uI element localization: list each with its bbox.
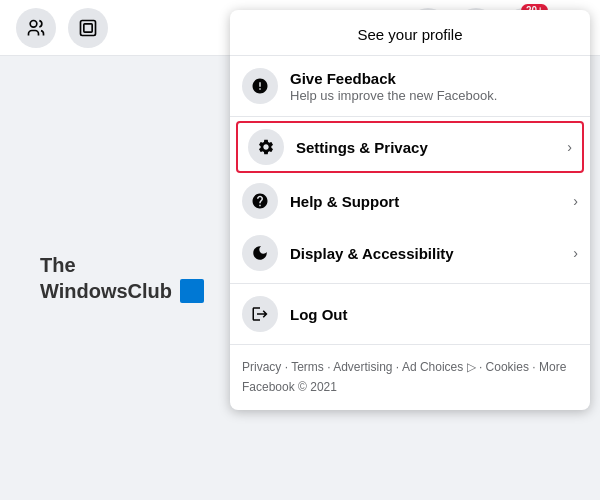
give-feedback-text: Give Feedback Help us improve the new Fa… bbox=[290, 70, 578, 103]
people-icon[interactable] bbox=[16, 8, 56, 48]
divider-2 bbox=[230, 283, 590, 284]
divider-1 bbox=[230, 116, 590, 117]
footer-more-link[interactable]: More bbox=[539, 360, 566, 374]
give-feedback-subtitle: Help us improve the new Facebook. bbox=[290, 88, 578, 103]
menu-footer: Privacy · Terms · Advertising · Ad Choic… bbox=[230, 349, 590, 402]
help-support-chevron: › bbox=[573, 193, 578, 209]
help-support-title: Help & Support bbox=[290, 193, 573, 210]
pages-icon[interactable] bbox=[68, 8, 108, 48]
log-out-icon bbox=[242, 296, 278, 332]
menu-item-display-accessibility[interactable]: Display & Accessibility › bbox=[230, 227, 590, 279]
display-accessibility-chevron: › bbox=[573, 245, 578, 261]
divider-3 bbox=[230, 344, 590, 345]
help-support-text: Help & Support bbox=[290, 193, 573, 210]
display-accessibility-title: Display & Accessibility bbox=[290, 245, 573, 262]
svg-rect-2 bbox=[84, 23, 92, 31]
svg-point-0 bbox=[30, 20, 37, 27]
dropdown-menu: See your profile Give Feedback Help us i… bbox=[230, 10, 590, 410]
give-feedback-title: Give Feedback bbox=[290, 70, 578, 87]
brand-line2: WindowsClub bbox=[40, 278, 204, 304]
brand-text: The WindowsClub bbox=[40, 252, 204, 304]
footer-terms-link[interactable]: Terms bbox=[291, 360, 324, 374]
footer-cookies-link[interactable]: Cookies bbox=[486, 360, 529, 374]
menu-item-help-support[interactable]: Help & Support › bbox=[230, 175, 590, 227]
display-accessibility-text: Display & Accessibility bbox=[290, 245, 573, 262]
brand-icon bbox=[180, 279, 204, 303]
footer-advertising-link[interactable]: Advertising bbox=[333, 360, 392, 374]
see-profile-link[interactable]: See your profile bbox=[230, 18, 590, 56]
footer-adchoices-link[interactable]: Ad Choices ▷ bbox=[402, 360, 476, 374]
footer-copyright: Facebook © 2021 bbox=[242, 380, 337, 394]
settings-privacy-icon bbox=[248, 129, 284, 165]
brand-line1: The bbox=[40, 252, 204, 278]
navbar-left bbox=[16, 8, 108, 48]
log-out-text: Log Out bbox=[290, 306, 578, 323]
give-feedback-icon bbox=[242, 68, 278, 104]
help-support-icon bbox=[242, 183, 278, 219]
svg-rect-1 bbox=[81, 20, 96, 35]
log-out-title: Log Out bbox=[290, 306, 578, 323]
settings-privacy-text: Settings & Privacy bbox=[296, 139, 567, 156]
menu-item-log-out[interactable]: Log Out bbox=[230, 288, 590, 340]
settings-privacy-title: Settings & Privacy bbox=[296, 139, 567, 156]
footer-privacy-link[interactable]: Privacy bbox=[242, 360, 281, 374]
menu-item-give-feedback[interactable]: Give Feedback Help us improve the new Fa… bbox=[230, 60, 590, 112]
display-accessibility-icon bbox=[242, 235, 278, 271]
settings-privacy-chevron: › bbox=[567, 139, 572, 155]
menu-item-settings-privacy[interactable]: Settings & Privacy › bbox=[236, 121, 584, 173]
